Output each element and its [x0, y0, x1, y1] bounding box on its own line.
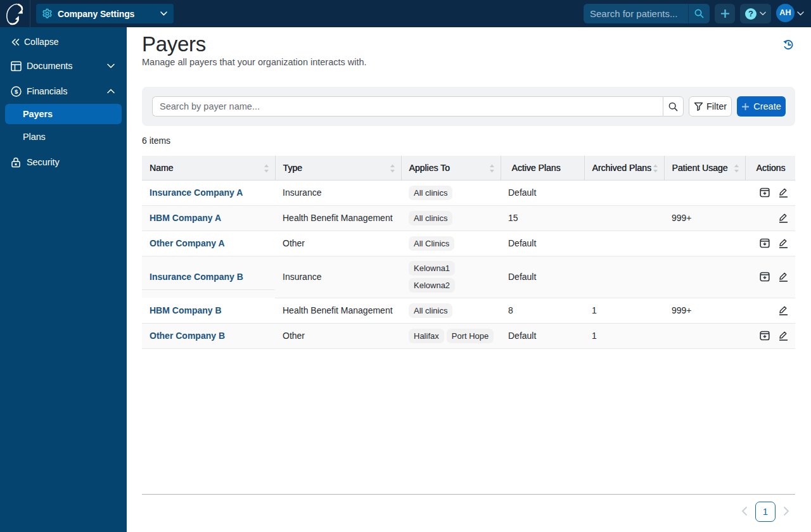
svg-text:$: $: [15, 88, 18, 95]
